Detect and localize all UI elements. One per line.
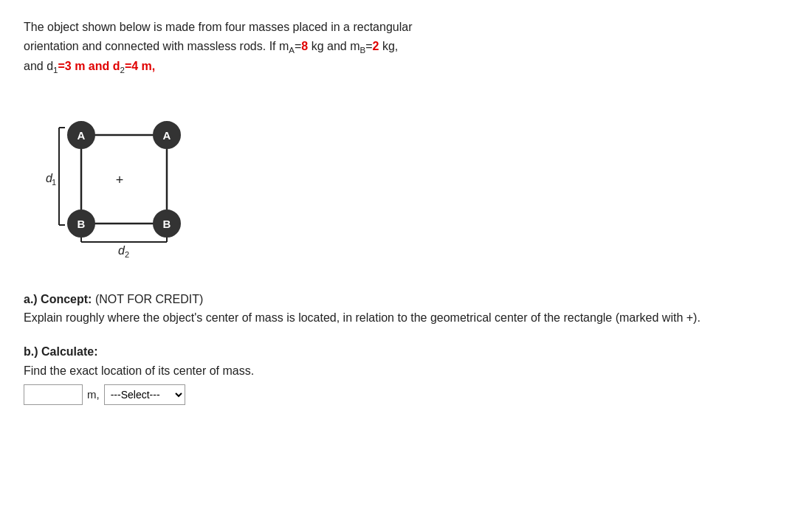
svg-text:2: 2 [125, 250, 129, 259]
svg-text:B: B [78, 218, 86, 230]
mA-subscript: A [289, 46, 295, 55]
svg-text:A: A [78, 129, 86, 142]
svg-text:A: A [163, 129, 171, 142]
problem-intro: The object shown below is made from four… [24, 18, 788, 77]
d1-eq: =3 m and d [58, 60, 120, 72]
part-b: b.) Calculate: Find the exact location o… [24, 342, 788, 405]
part-b-label: b.) Calculate: [24, 345, 97, 358]
d2-eq: =4 m, [125, 60, 155, 72]
intro-line1: The object shown below is made from four… [24, 21, 412, 33]
svg-text:+: + [116, 173, 124, 187]
part-a-label: a.) Concept: [24, 293, 92, 305]
part-b-description: Find the exact location of its center of… [24, 364, 254, 377]
unit-label: m, [87, 386, 100, 404]
diagram-svg: d 1 d 2 + A A B B [35, 100, 205, 269]
mA-value: 8 [301, 40, 308, 52]
svg-text:1: 1 [52, 178, 56, 187]
answer-row: m, ---Select--- above below left right [24, 384, 788, 405]
part-a-note: (NOT FOR CREDIT) [92, 293, 203, 305]
part-a-description: Explain roughly where the object's cente… [24, 311, 701, 324]
mB-unit: kg, [379, 40, 398, 52]
select-dropdown[interactable]: ---Select--- above below left right [104, 384, 185, 405]
answer-input[interactable] [24, 384, 83, 405]
mB-subscript: B [360, 46, 366, 55]
part-a: a.) Concept: (NOT FOR CREDIT) Explain ro… [24, 290, 788, 328]
diagram-area: d 1 d 2 + A A B B [35, 100, 205, 269]
intro-d1-start: and d [24, 60, 53, 72]
svg-text:B: B [163, 218, 171, 230]
mA-unit: kg and m [308, 40, 359, 52]
intro-line2: orientation and connected with massless … [24, 40, 289, 52]
